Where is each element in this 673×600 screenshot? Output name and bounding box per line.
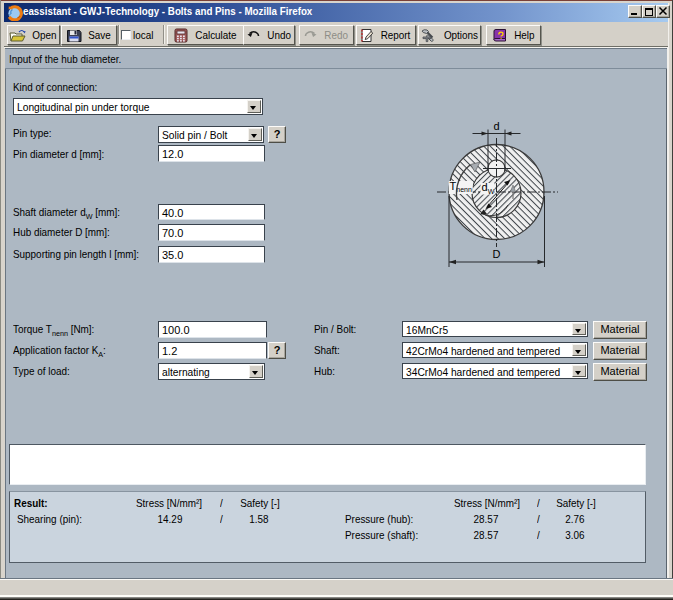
- svg-text:d: d: [493, 120, 499, 132]
- svg-text:D: D: [493, 248, 501, 260]
